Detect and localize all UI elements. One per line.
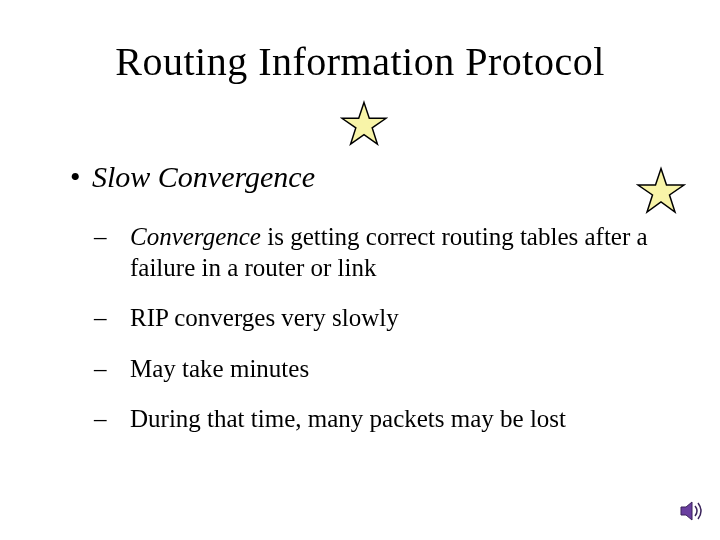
svg-marker-2 — [681, 502, 692, 520]
dash-marker: – — [112, 354, 130, 385]
sub-bullet-text: May take minutes — [130, 355, 309, 382]
star-icon — [636, 166, 686, 216]
slide: Routing Information Protocol •Slow Conve… — [0, 0, 720, 540]
sub-bullet-emphasis: Convergence — [130, 223, 261, 250]
sub-bullet: –RIP converges very slowly — [112, 303, 672, 334]
bullet-marker: • — [70, 160, 92, 194]
sub-bullet-text: During that time, many packets may be lo… — [130, 405, 566, 432]
dash-marker: – — [112, 404, 130, 435]
sound-icon[interactable] — [680, 500, 706, 526]
dash-marker: – — [112, 222, 130, 253]
sub-bullet: –During that time, many packets may be l… — [112, 404, 672, 435]
svg-marker-0 — [342, 102, 386, 144]
sub-bullet: –May take minutes — [112, 354, 672, 385]
dash-marker: – — [112, 303, 130, 334]
star-icon — [340, 100, 388, 148]
main-bullet-text: Slow Convergence — [92, 160, 315, 193]
sub-bullet-list: –Convergence is getting correct routing … — [112, 222, 672, 455]
slide-title: Routing Information Protocol — [0, 38, 720, 85]
main-bullet: •Slow Convergence — [70, 160, 315, 194]
sub-bullet: –Convergence is getting correct routing … — [112, 222, 672, 283]
sub-bullet-text: RIP converges very slowly — [130, 304, 399, 331]
svg-marker-1 — [638, 169, 684, 213]
